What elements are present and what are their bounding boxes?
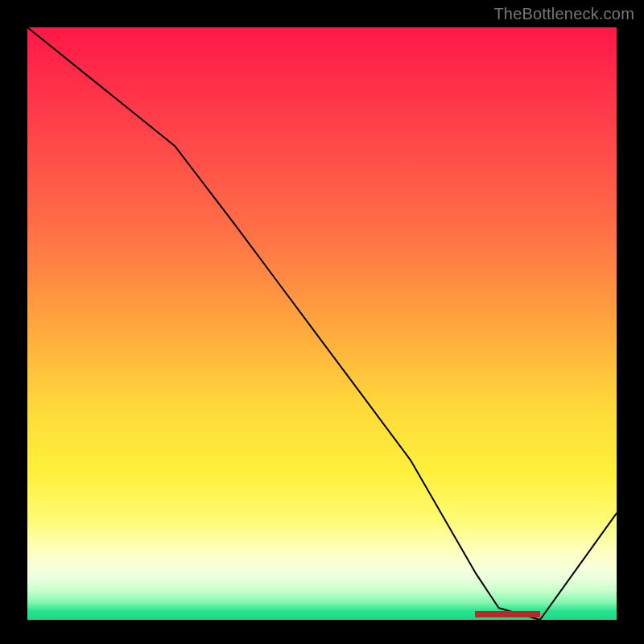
plot-area — [27, 27, 617, 620]
valley-marker — [475, 611, 540, 617]
attribution-label: TheBottleneck.com — [493, 5, 634, 23]
curve-layer — [27, 27, 617, 620]
chart-frame: TheBottleneck.com — [0, 0, 644, 644]
bottleneck-curve — [27, 27, 617, 620]
